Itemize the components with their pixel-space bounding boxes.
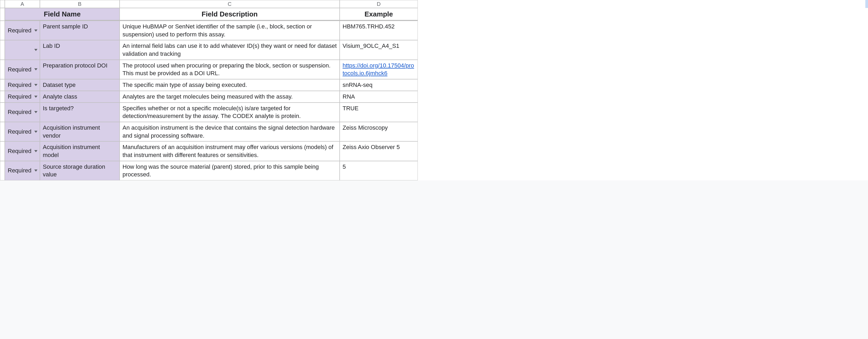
- header-field-description[interactable]: Field Description: [120, 8, 340, 21]
- scroll-edge-indicator: [865, 0, 868, 8]
- field-name-cell[interactable]: Acquisition instrument model: [40, 141, 120, 161]
- field-description-cell[interactable]: Analytes are the target molecules being …: [120, 91, 340, 102]
- required-cell[interactable]: Required: [5, 141, 40, 161]
- field-name-cell[interactable]: Source storage duration value: [40, 161, 120, 180]
- example-cell[interactable]: HBM765.TRHD.452: [340, 21, 418, 40]
- example-cell[interactable]: TRUE: [340, 102, 418, 122]
- required-label: Required: [8, 128, 31, 136]
- filter-dropdown-icon[interactable]: [34, 30, 37, 32]
- required-cell[interactable]: Required: [5, 161, 40, 180]
- required-label: Required: [8, 66, 31, 73]
- example-cell[interactable]: https://doi.org/10.17504/protocols.io.6j…: [340, 60, 418, 79]
- field-name-cell[interactable]: Analyte class: [40, 91, 120, 102]
- filter-dropdown-icon[interactable]: [34, 111, 37, 113]
- field-description-cell[interactable]: An acquisition instrument is the device …: [120, 122, 340, 141]
- example-cell[interactable]: Zeiss Axio Observer 5: [340, 141, 418, 161]
- required-cell[interactable]: Required: [5, 102, 40, 122]
- required-cell[interactable]: Required: [5, 122, 40, 141]
- required-label: Required: [8, 27, 31, 34]
- field-name-cell[interactable]: Dataset type: [40, 79, 120, 91]
- column-header-C[interactable]: C: [120, 0, 340, 8]
- example-cell[interactable]: snRNA-seq: [340, 79, 418, 91]
- field-description-cell[interactable]: How long was the source material (parent…: [120, 161, 340, 180]
- field-description-cell[interactable]: The protocol used when procuring or prep…: [120, 60, 340, 79]
- required-label: Required: [8, 93, 31, 101]
- column-header-A[interactable]: A: [5, 0, 40, 8]
- example-cell[interactable]: Zeiss Microscopy: [340, 122, 418, 141]
- row-header[interactable]: [0, 91, 5, 102]
- field-description-cell[interactable]: Specifies whether or not a specific mole…: [120, 102, 340, 122]
- required-label: Required: [8, 108, 31, 116]
- column-header-D[interactable]: D: [340, 0, 418, 8]
- header-example[interactable]: Example: [340, 8, 418, 21]
- field-description-cell[interactable]: The specific main type of assay being ex…: [120, 79, 340, 91]
- required-cell[interactable]: [5, 40, 40, 60]
- select-all-corner[interactable]: [0, 0, 5, 8]
- row-header-1[interactable]: [0, 8, 5, 21]
- spreadsheet-grid: A B C D Field Name Field Description Exa…: [0, 0, 868, 180]
- required-label: Required: [8, 166, 31, 175]
- row-header[interactable]: [0, 102, 5, 122]
- field-description-cell[interactable]: An internal field labs can use it to add…: [120, 40, 340, 60]
- row-header[interactable]: [0, 21, 5, 40]
- example-cell[interactable]: RNA: [340, 91, 418, 102]
- row-header[interactable]: [0, 141, 5, 161]
- field-name-cell[interactable]: Is targeted?: [40, 102, 120, 122]
- row-header[interactable]: [0, 40, 5, 60]
- field-description-cell[interactable]: Manufacturers of an acquisition instrume…: [120, 141, 340, 161]
- filter-dropdown-icon[interactable]: [34, 131, 37, 133]
- example-cell[interactable]: Visium_9OLC_A4_S1: [340, 40, 418, 60]
- filter-dropdown-icon[interactable]: [34, 68, 37, 70]
- row-header[interactable]: [0, 79, 5, 91]
- filter-dropdown-icon[interactable]: [34, 49, 37, 51]
- filter-dropdown-icon[interactable]: [34, 96, 37, 98]
- field-description-cell[interactable]: Unique HuBMAP or SenNet identifier of th…: [120, 21, 340, 40]
- required-cell[interactable]: Required: [5, 21, 40, 40]
- header-field-name[interactable]: Field Name: [5, 8, 120, 21]
- filter-dropdown-icon[interactable]: [34, 170, 37, 172]
- field-name-cell[interactable]: Preparation protocol DOI: [40, 60, 120, 79]
- field-name-cell[interactable]: Parent sample ID: [40, 21, 120, 40]
- required-cell[interactable]: Required: [5, 91, 40, 102]
- required-label: Required: [8, 81, 31, 89]
- filter-dropdown-icon[interactable]: [34, 84, 37, 86]
- row-header[interactable]: [0, 122, 5, 141]
- required-label: Required: [8, 147, 31, 155]
- example-link[interactable]: https://doi.org/10.17504/protocols.io.6j…: [343, 62, 415, 77]
- row-header[interactable]: [0, 161, 5, 180]
- row-header[interactable]: [0, 60, 5, 79]
- required-cell[interactable]: Required: [5, 79, 40, 91]
- column-header-B[interactable]: B: [40, 0, 120, 8]
- example-cell[interactable]: 5: [340, 161, 418, 180]
- filter-dropdown-icon[interactable]: [34, 150, 37, 152]
- required-cell[interactable]: Required: [5, 60, 40, 79]
- field-name-cell[interactable]: Acquisition instrument vendor: [40, 122, 120, 141]
- field-name-cell[interactable]: Lab ID: [40, 40, 120, 60]
